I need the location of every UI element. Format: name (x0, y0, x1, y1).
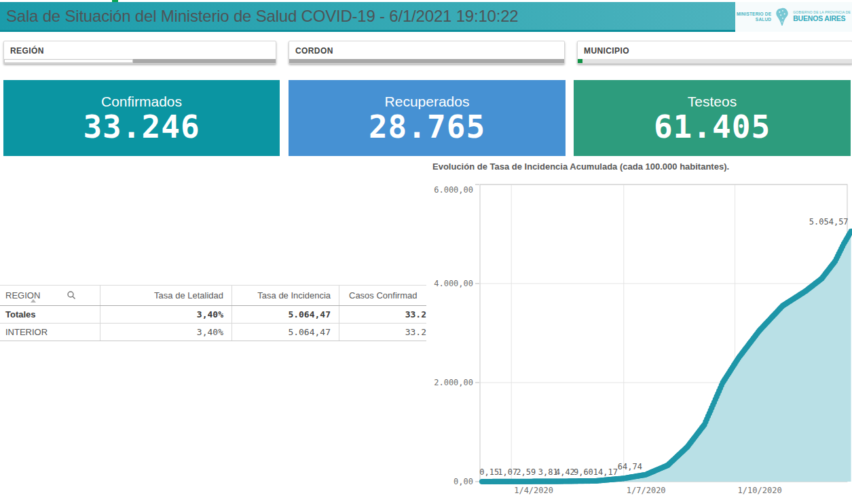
cell-incidencia: 5.064,47 (232, 306, 339, 323)
point-label: 14,17 (593, 467, 618, 477)
point-label: 9,60 (574, 467, 593, 477)
column-header-casos[interactable]: Casos Confirmad (339, 286, 426, 305)
search-icon[interactable] (67, 290, 76, 300)
last-point-label: 5.054,57 (809, 217, 849, 227)
government-label: GOBIERNO DE LA PROVINCIA DE BUENOS AIRES (793, 11, 851, 22)
cell-casos: 33.2 (339, 306, 426, 323)
point-label: 2,59 (516, 467, 536, 477)
state-alternative (582, 59, 852, 63)
kpi-value: 33.246 (83, 111, 200, 144)
ministry-line2: SALUD (756, 17, 771, 22)
kpi-confirmados: Confirmados 33.246 (3, 80, 280, 156)
filter-municipio-state-bar (578, 59, 852, 63)
filter-cordon-state-bar (289, 59, 564, 63)
point-label: 4,42 (555, 467, 575, 477)
state-excluded (289, 59, 564, 63)
header-bar: Sala de Situación del Ministerio de Salu… (0, 2, 852, 32)
point-label: 0,15 (479, 467, 499, 477)
chart-plot[interactable]: 0,002.000,004.000,006.000,001/4/20201/7/… (428, 159, 852, 504)
area-fill (482, 231, 851, 482)
table-header-row: REGION Tasa de Letalidad Tasa de Inciden… (0, 286, 426, 306)
y-tick-label: 6.000,00 (434, 185, 473, 195)
column-header-letalidad[interactable]: Tasa de Letalidad (100, 286, 232, 305)
ministry-label: MINISTERIO DE SALUD (737, 12, 771, 22)
filter-region[interactable]: REGIÓN (3, 41, 276, 64)
column-header-incidencia[interactable]: Tasa de Incidencia (232, 286, 339, 305)
filter-cordon[interactable]: CORDON (289, 41, 565, 64)
point-label: 64,74 (618, 462, 642, 471)
sort-ascending-icon (31, 299, 36, 303)
cell-letalidad: 3,40% (100, 306, 232, 323)
kpi-label: Testeos (688, 92, 737, 111)
cell-incidencia: 5.064,47 (232, 324, 339, 341)
state-possible (4, 59, 133, 63)
y-tick-label: 4.000,00 (434, 279, 473, 288)
filter-region-state-bar (4, 59, 276, 63)
table-row[interactable]: Totales 3,40% 5.064,47 33.2 (0, 306, 426, 324)
filter-cordon-label: CORDON (289, 41, 564, 59)
gov-line-big: BUENOS AIRES (793, 15, 851, 23)
cell-region[interactable]: INTERIOR (0, 324, 100, 341)
kpi-testeos: Testeos 61.405 (574, 80, 851, 156)
cell-casos: 33.2 (339, 324, 426, 341)
y-tick-label: 2.000,00 (434, 378, 473, 387)
kpi-value: 28.765 (369, 111, 485, 144)
x-tick-label: 1/4/2020 (514, 486, 553, 495)
ministry-line1: MINISTERIO DE (737, 12, 771, 16)
filter-region-label: REGIÓN (4, 41, 276, 59)
region-table: REGION Tasa de Letalidad Tasa de Inciden… (0, 285, 426, 341)
table-row[interactable]: INTERIOR 3,40% 5.064,47 33.2 (0, 324, 426, 341)
province-map-icon (775, 7, 790, 26)
kpi-label: Recuperados (385, 92, 470, 111)
filter-municipio-label: MUNICIPIO (578, 41, 852, 59)
cell-letalidad: 3,40% (100, 324, 232, 341)
x-tick-label: 1/10/2020 (738, 486, 782, 495)
logo: MINISTERIO DE SALUD GOBIERNO DE LA PROVI… (735, 2, 852, 32)
cell-region[interactable]: Totales (0, 306, 100, 323)
column-header-region[interactable]: REGION (0, 286, 100, 305)
incidence-chart[interactable]: Evolución de Tasa de Incidencia Acumulad… (428, 159, 852, 504)
kpi-label: Confirmados (101, 92, 182, 111)
point-label: 1,07 (498, 467, 517, 477)
page-title: Sala de Situación del Ministerio de Salu… (6, 7, 518, 26)
y-tick-label: 0,00 (453, 477, 473, 486)
state-selected (578, 59, 582, 63)
kpi-value: 61.405 (654, 111, 771, 144)
state-excluded (133, 59, 276, 63)
x-tick-label: 1/7/2020 (627, 486, 666, 495)
filter-municipio[interactable]: MUNICIPIO (577, 41, 852, 64)
kpi-recuperados: Recuperados 28.765 (289, 80, 566, 156)
